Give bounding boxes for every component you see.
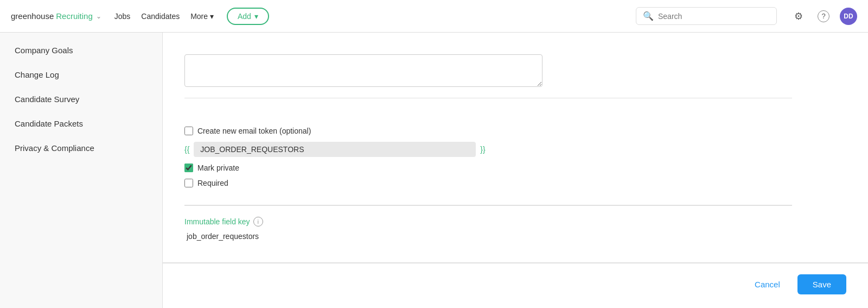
nav-icons: ⚙ ? DD (790, 8, 857, 25)
more-chevron-icon: ▾ (210, 12, 214, 21)
main-content: Create new email token (optional) {{ }} … (163, 33, 868, 308)
sidebar-item-privacy-compliance[interactable]: Privacy & Compliance (0, 136, 162, 160)
nav-candidates[interactable]: Candidates (141, 12, 180, 21)
info-icon[interactable]: i (253, 217, 263, 227)
nav-jobs[interactable]: Jobs (114, 12, 131, 21)
mark-private-label: Mark private (197, 164, 239, 172)
mark-private-row: Mark private (184, 164, 792, 172)
token-input-row: {{ }} (184, 142, 792, 157)
nav-links: Jobs Candidates More ▾ (114, 12, 214, 21)
search-input[interactable] (658, 12, 770, 21)
logo[interactable]: greenhouse Recruiting ⌄ (11, 11, 101, 21)
token-open-brace: {{ (184, 145, 189, 154)
logo-green-text: Recruiting (56, 11, 93, 21)
logo-chevron-icon: ⌄ (96, 12, 101, 20)
sidebar: Company Goals Change Log Candidate Surve… (0, 33, 163, 308)
create-email-token-checkbox[interactable] (184, 127, 193, 135)
topnav: greenhouse Recruiting ⌄ Jobs Candidates … (0, 0, 868, 33)
add-button[interactable]: Add ▾ (227, 8, 269, 25)
save-button[interactable]: Save (797, 274, 846, 294)
avatar[interactable]: DD (840, 8, 857, 25)
description-textarea[interactable] (184, 54, 542, 87)
mark-private-checkbox[interactable] (184, 164, 193, 172)
immutable-field-section: Immutable field key i job_order_requesto… (184, 206, 792, 252)
add-chevron-icon: ▾ (254, 12, 258, 21)
token-input[interactable] (194, 142, 476, 157)
token-close-brace: }} (480, 145, 485, 154)
immutable-field-key-label: Immutable field key (184, 217, 250, 226)
create-email-token-row: Create new email token (optional) (184, 127, 792, 135)
settings-button[interactable]: ⚙ (790, 8, 807, 25)
search-icon: 🔍 (643, 11, 654, 21)
required-label: Required (197, 179, 228, 187)
required-row: Required (184, 179, 792, 187)
logo-text: greenhouse (11, 11, 54, 21)
content-area: Create new email token (optional) {{ }} … (163, 33, 814, 262)
search-box[interactable]: 🔍 (636, 7, 777, 25)
page-layout: Company Goals Change Log Candidate Surve… (0, 33, 868, 308)
cancel-button[interactable]: Cancel (746, 275, 789, 293)
email-token-section: Create new email token (optional) {{ }} … (184, 109, 792, 205)
help-icon: ? (818, 10, 829, 22)
create-email-token-label: Create new email token (optional) (197, 127, 311, 135)
sidebar-item-candidate-packets[interactable]: Candidate Packets (0, 111, 162, 136)
sidebar-item-change-log[interactable]: Change Log (0, 62, 162, 87)
sidebar-item-company-goals[interactable]: Company Goals (0, 38, 162, 62)
required-checkbox[interactable] (184, 179, 193, 187)
footer-actions: Cancel Save (163, 263, 868, 305)
sidebar-item-candidate-survey[interactable]: Candidate Survey (0, 87, 162, 111)
nav-more[interactable]: More ▾ (190, 12, 214, 21)
textarea-section (184, 43, 792, 98)
immutable-label-row: Immutable field key i (184, 217, 792, 227)
immutable-field-value: job_order_requestors (187, 232, 792, 241)
help-button[interactable]: ? (815, 8, 832, 25)
gear-icon: ⚙ (794, 10, 803, 22)
